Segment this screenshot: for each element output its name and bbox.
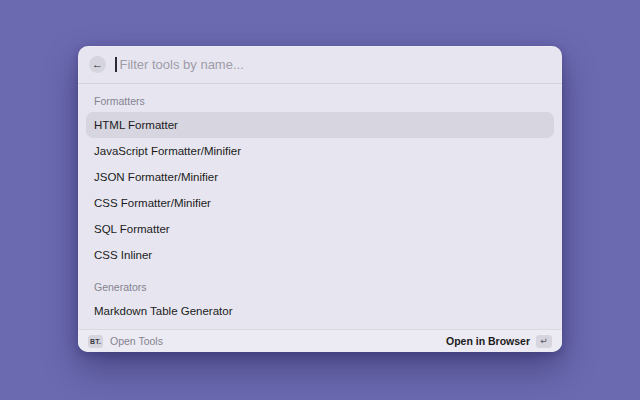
footer-bar: BT. Open Tools Open in Browser ↵ [78,329,562,352]
footer-left: BT. Open Tools [88,335,163,348]
enter-keycap: ↵ [536,335,552,348]
list-item-label: Markdown Table Generator [94,305,233,317]
list-item-label: SQL Formatter [94,223,170,235]
extension-name: Open Tools [110,335,163,347]
section-label: Formatters [86,89,554,112]
command-palette-window: ← FormattersHTML FormatterJavaScript For… [78,46,562,352]
list-item[interactable]: CSS Inliner [86,242,554,268]
extension-logo-icon: BT. [88,335,103,348]
list-item[interactable]: JavaScript Formatter/Minifier [86,138,554,164]
section-label: Generators [86,275,554,298]
back-button[interactable]: ← [89,56,106,73]
tool-list: FormattersHTML FormatterJavaScript Forma… [78,84,562,329]
enter-key-icon: ↵ [540,337,548,346]
list-item[interactable]: SQL Formatter [86,216,554,242]
list-item[interactable]: CSS Formatter/Minifier [86,190,554,216]
list-item[interactable]: HTML Formatter [86,112,554,138]
list-item[interactable]: Markdown Table Generator [86,298,554,324]
search-input[interactable] [117,57,552,72]
primary-action-label: Open in Browser [446,335,530,347]
list-item-label: CSS Inliner [94,249,152,261]
open-in-browser-button[interactable]: Open in Browser ↵ [446,335,552,348]
list-item-label: JavaScript Formatter/Minifier [94,145,241,157]
search-input-wrap [115,57,551,72]
list-item[interactable]: JSON Formatter/Minifier [86,164,554,190]
list-item-label: JSON Formatter/Minifier [94,171,218,183]
list-item-label: CSS Formatter/Minifier [94,197,211,209]
list-item-label: HTML Formatter [94,119,178,131]
search-bar: ← [78,46,562,84]
back-arrow-icon: ← [92,59,103,70]
